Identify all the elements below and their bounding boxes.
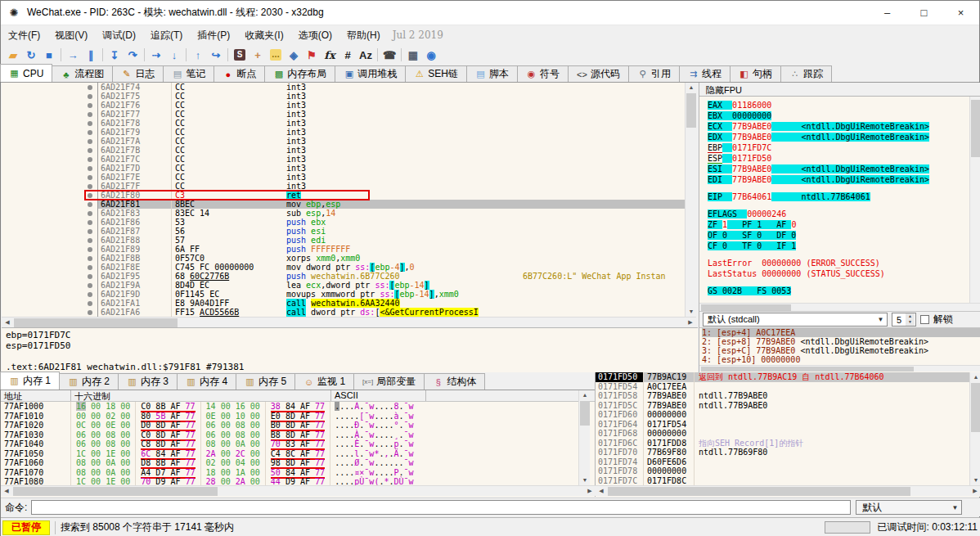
dump-row[interactable]: 77AF106008 00 0A 00D8 8B AF 7702 00 04 0…	[1, 458, 595, 468]
disasm-vertical-scrollbar[interactable]	[685, 83, 696, 317]
disasm-row[interactable]: 6AD21F7ACCint3	[2, 137, 685, 146]
stack-vertical-scrollbar[interactable]	[969, 372, 980, 485]
tab-source[interactable]: <>源代码	[568, 65, 629, 82]
breakpoint-dot-icon[interactable]	[83, 209, 98, 218]
breakpoint-dot-icon[interactable]	[83, 299, 98, 308]
breakpoint-dot-icon[interactable]	[83, 164, 98, 173]
step-into-icon[interactable]: ↧	[106, 47, 124, 63]
disasm-row[interactable]: 6AD21F8756push esi	[2, 227, 685, 236]
tab-log[interactable]: ✎日志	[112, 65, 164, 82]
tab-dump-2[interactable]: ▥内存 2	[59, 373, 119, 390]
command-input[interactable]	[31, 500, 851, 515]
restart-icon[interactable]: ↻	[22, 47, 40, 63]
tab-symbols[interactable]: ◉符号	[517, 65, 569, 82]
breakpoint-dot-icon[interactable]	[83, 173, 98, 182]
tab-script[interactable]: ▤脚本	[466, 65, 518, 82]
breakpoint-dot-icon[interactable]	[83, 272, 98, 281]
unlock-checkbox[interactable]	[920, 315, 929, 324]
tab-graph[interactable]: ♣流程图	[52, 65, 113, 82]
scroll-up-icon[interactable]	[579, 390, 591, 400]
scroll-right-icon[interactable]	[584, 486, 596, 496]
dump-row[interactable]: 77AF107008 00 0A 00A4 D7 AF 7718 00 1A 0…	[1, 468, 595, 478]
tab-references[interactable]: ⚲引用	[628, 65, 680, 82]
disasm-row[interactable]: 6AD21F75CCint3	[2, 92, 685, 101]
tab-trace[interactable]: ∴跟踪	[780, 65, 832, 82]
chevron-down-icon[interactable]	[874, 316, 887, 323]
disasm-row[interactable]: 6AD21FA6FF15 ACD5566Bcall dword ptr ds:[…	[2, 308, 685, 317]
breakpoint-dot-icon[interactable]	[83, 182, 98, 191]
tab-callstack[interactable]: ▣调用堆栈	[335, 65, 406, 82]
breakpoint-dot-icon[interactable]	[83, 119, 98, 128]
scroll-right-icon[interactable]	[969, 486, 980, 496]
breakpoint-dot-icon[interactable]	[83, 290, 98, 299]
dump-row[interactable]: 77AF104006 00 08 00C8 8D AF 7708 00 0A 0…	[1, 439, 595, 449]
register-line[interactable]: EBP 0171FD7C	[708, 142, 980, 153]
disasm-row[interactable]: 6AD21F8653push ebx	[2, 218, 685, 227]
close-debuggee-icon[interactable]: ■	[40, 47, 58, 63]
scroll-left-icon[interactable]	[596, 486, 607, 496]
disasm-horizontal-scrollbar[interactable]	[2, 317, 696, 327]
register-line[interactable]: ECX 77B9ABE0 <ntdll.DbgUiRemoteBreakin>	[708, 121, 980, 132]
tab-dump-3[interactable]: ▥内存 3	[118, 373, 178, 390]
globe-icon[interactable]: ◉	[422, 47, 440, 63]
memory-dump-view[interactable]: 77AF100016 00 18 00C0 8B AF 7714 00 16 0…	[1, 402, 595, 485]
spinner-arrows-icon[interactable]	[906, 313, 915, 326]
tab-locals[interactable]: [x=]局部变量	[353, 373, 425, 390]
maximize-button[interactable]: □	[906, 1, 942, 25]
hide-fpu-button[interactable]: 隐藏FPU	[699, 83, 980, 97]
stack-horizontal-scrollbar[interactable]	[596, 485, 980, 496]
disasm-row[interactable]: 6AD21F80C3ret	[2, 191, 685, 200]
scroll-down-icon[interactable]	[686, 307, 697, 317]
register-line[interactable]	[708, 279, 980, 286]
disasm-row[interactable]: 6AD21F8EC745 FC 00000000mov dword ptr ss…	[2, 263, 685, 272]
disasm-row[interactable]: 6AD21F79CCint3	[2, 128, 685, 137]
register-line[interactable]: ZF 1 PF 1 AF 0	[708, 219, 980, 230]
command-profile-select[interactable]: 默认	[856, 500, 962, 515]
menu-item-4[interactable]: 追踪(T)	[143, 27, 190, 44]
registers-horizontal-scrollbar[interactable]	[699, 303, 980, 311]
run-to-user-code-icon[interactable]: ↪	[207, 47, 225, 63]
disasm-row[interactable]: 6AD21F7ECCint3	[2, 173, 685, 182]
stack-row[interactable]: 0171FD6C0171FDD8指向SEH_Record[1]的指针	[596, 439, 980, 448]
scroll-left-icon[interactable]	[2, 318, 13, 327]
tab-seh[interactable]: ⚠SEH链	[405, 65, 467, 82]
dump-row[interactable]: 77AF10501C 00 1E 006C 84 AF 772A 00 2C 0…	[1, 449, 595, 459]
scroll-up-icon[interactable]	[686, 83, 697, 92]
menu-item-5[interactable]: 插件(P)	[190, 27, 237, 44]
disasm-row[interactable]: 6AD21F7DCCint3	[2, 164, 685, 173]
tab-dump-1[interactable]: ▥内存 1	[0, 372, 60, 390]
breakpoint-dot-icon[interactable]	[83, 218, 98, 227]
tab-watch-1[interactable]: ☺监视 1	[294, 373, 354, 390]
breakpoint-dot-icon[interactable]	[83, 191, 98, 200]
register-line[interactable]: CF 0 TF 0 IF 1	[708, 241, 980, 251]
tab-handles[interactable]: ◧句柄	[730, 65, 781, 82]
pause-icon[interactable]: ∥	[82, 47, 100, 63]
minimize-button[interactable]: –	[869, 1, 906, 25]
stack-row[interactable]: 0171FD7077B69F80ntdll.77B69F80	[596, 448, 980, 457]
tab-breakpoints[interactable]: ●断点	[214, 65, 265, 82]
breakpoint-dot-icon[interactable]	[83, 281, 98, 290]
step-out-icon[interactable]: ↓	[165, 47, 183, 63]
stack-view[interactable]: 0171FD5077B9AC19返回到 ntdll.77B9AC19 自 ntd…	[596, 372, 980, 485]
register-line[interactable]: ESP 0171FD50	[708, 153, 980, 164]
disasm-row[interactable]: 6AD21F7CCCint3	[2, 155, 685, 164]
arg-row[interactable]: 1: [esp+4] A0C17EEA	[702, 328, 980, 337]
menu-item-2[interactable]: 视图(V)	[47, 27, 95, 44]
stack-row[interactable]: 0171FD7C0171FD8C	[596, 476, 980, 486]
dump-row[interactable]: 77AF101000 00 02 0080 5B AF 770E 00 10 0…	[1, 412, 595, 421]
tab-threads[interactable]: ⇉线程	[679, 65, 731, 82]
dump-row[interactable]: 77AF10200C 00 0E 00D0 8D AF 7706 00 08 0…	[1, 421, 595, 430]
tab-dump-5[interactable]: ▥内存 5	[236, 373, 295, 390]
stack-row[interactable]: 0171FD5C77B9ABE0ntdll.77B9ABE0	[596, 401, 980, 411]
scroll-down-icon[interactable]	[579, 475, 591, 485]
scroll-left-icon[interactable]	[1, 486, 12, 496]
register-line[interactable]	[708, 202, 980, 209]
stack-row[interactable]: 0171FD7800000000	[596, 466, 980, 476]
stack-row[interactable]: 0171FD5077B9AC19返回到 ntdll.77B9AC19 自 ntd…	[596, 372, 980, 382]
register-line[interactable]: ESI 77B9ABE0 <ntdll.DbgUiRemoteBreakin>	[708, 164, 980, 174]
arguments-scrollbar[interactable]	[699, 365, 980, 372]
dump-vertical-scrollbar[interactable]	[578, 390, 590, 485]
disasm-row[interactable]: 6AD21F78CCint3	[2, 119, 685, 128]
dump-horizontal-scrollbar[interactable]	[1, 485, 596, 496]
run-icon[interactable]: →	[64, 47, 82, 63]
